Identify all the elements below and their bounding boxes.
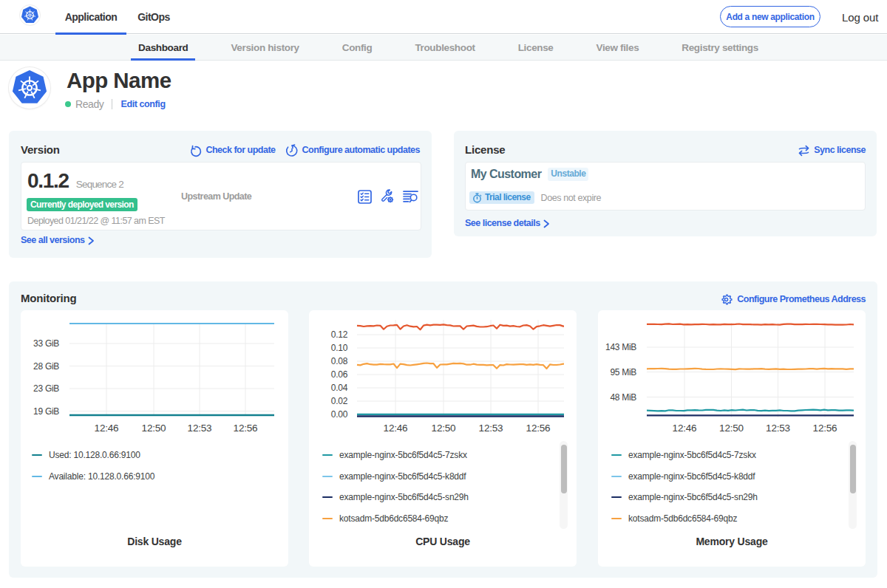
svg-text:33 GiB: 33 GiB — [33, 338, 59, 349]
svg-text:19 GiB: 19 GiB — [33, 406, 59, 417]
svg-text:0.12: 0.12 — [331, 329, 348, 340]
svg-text:23 GiB: 23 GiB — [33, 383, 59, 394]
svg-text:12:50: 12:50 — [142, 423, 166, 434]
svg-text:12:46: 12:46 — [95, 423, 119, 434]
svg-text:0.04: 0.04 — [331, 383, 348, 393]
svg-text:95 MiB: 95 MiB — [610, 367, 636, 377]
svg-text:0.00: 0.00 — [331, 409, 348, 420]
svg-text:12:53: 12:53 — [766, 423, 790, 434]
svg-text:0.10: 0.10 — [331, 343, 348, 353]
svg-text:12:46: 12:46 — [384, 423, 408, 434]
svg-text:12:53: 12:53 — [479, 423, 503, 434]
svg-text:143 MiB: 143 MiB — [605, 342, 636, 352]
svg-text:12:46: 12:46 — [673, 423, 697, 434]
svg-text:0.06: 0.06 — [331, 369, 348, 380]
svg-text:48 MiB: 48 MiB — [610, 392, 636, 403]
svg-text:12:56: 12:56 — [234, 423, 258, 434]
svg-text:0.08: 0.08 — [331, 356, 348, 366]
svg-text:12:56: 12:56 — [526, 423, 551, 434]
svg-text:0.02: 0.02 — [331, 396, 348, 406]
svg-text:12:56: 12:56 — [813, 423, 837, 434]
svg-text:28 GiB: 28 GiB — [33, 361, 59, 372]
svg-text:12:50: 12:50 — [432, 423, 456, 434]
svg-text:12:53: 12:53 — [188, 423, 212, 434]
svg-text:12:50: 12:50 — [719, 423, 744, 434]
